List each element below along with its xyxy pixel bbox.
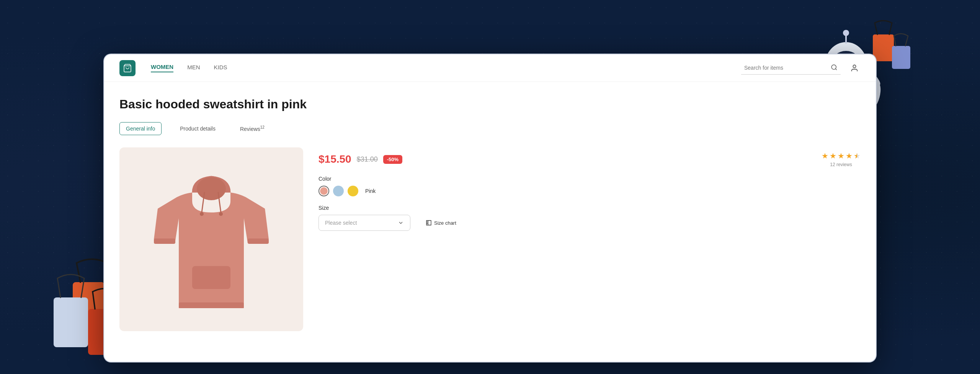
star-3: ★	[838, 151, 844, 160]
color-section: Color Pink	[318, 176, 861, 196]
svg-rect-3	[54, 297, 88, 347]
stars-row: ★ ★ ★ ★ ★★ 12 reviews	[822, 151, 861, 167]
price-current: $15.50	[318, 153, 351, 165]
nav-bar: WOMEN MEN KIDS	[104, 54, 876, 82]
nav-kids[interactable]: KIDS	[214, 64, 227, 72]
svg-rect-43	[248, 238, 269, 244]
svg-rect-42	[154, 238, 175, 244]
product-layout: $15.50 $31.00 -50% ★ ★ ★ ★ ★★	[119, 147, 861, 331]
chevron-down-icon	[398, 220, 404, 226]
nav-men[interactable]: MEN	[187, 64, 200, 72]
svg-line-22	[875, 23, 877, 34]
star-5: ★★	[854, 151, 861, 160]
star-rating: ★ ★ ★ ★ ★★	[822, 151, 861, 160]
size-select-dropdown[interactable]: Please select	[318, 215, 410, 231]
tab-product-details[interactable]: Product details	[174, 122, 222, 135]
color-swatch-pink[interactable]	[318, 186, 329, 196]
nav-links: WOMEN MEN KIDS	[151, 64, 741, 72]
svg-line-26	[905, 36, 908, 46]
svg-line-33	[835, 69, 836, 70]
svg-point-35	[197, 177, 226, 200]
svg-rect-41	[179, 302, 244, 308]
logo[interactable]	[119, 60, 136, 76]
svg-point-17	[843, 30, 849, 36]
price-row: $15.50 $31.00 -50% ★ ★ ★ ★ ★★	[318, 151, 861, 167]
search-input[interactable]	[744, 65, 828, 71]
svg-line-23	[889, 23, 892, 34]
selected-color-name: Pink	[365, 188, 376, 194]
discount-badge: -50%	[383, 155, 402, 164]
svg-rect-24	[892, 46, 910, 69]
svg-point-34	[853, 65, 856, 67]
star-1: ★	[822, 151, 828, 160]
reviews-count: 12 reviews	[830, 162, 852, 167]
product-image-container	[119, 147, 303, 331]
nav-women[interactable]: WOMEN	[151, 64, 173, 72]
star-4: ★	[846, 151, 853, 160]
tab-general-info[interactable]: General info	[119, 122, 162, 135]
search-area	[741, 62, 861, 75]
svg-line-1	[77, 263, 80, 282]
search-box	[741, 62, 841, 75]
product-title: Basic hooded sweatshirt in pink	[119, 97, 861, 111]
size-label: Size	[318, 205, 861, 211]
size-chart-icon	[426, 220, 432, 226]
product-details-panel: $15.50 $31.00 -50% ★ ★ ★ ★ ★★	[318, 147, 861, 239]
svg-line-25	[894, 36, 896, 46]
tab-reviews[interactable]: Reviews12	[234, 122, 271, 135]
color-swatch-yellow[interactable]	[348, 186, 358, 196]
svg-point-32	[831, 65, 836, 69]
page-wrapper: WOMEN MEN KIDS	[0, 0, 980, 374]
color-swatch-light-blue[interactable]	[333, 186, 344, 196]
browser-window: WOMEN MEN KIDS	[103, 54, 877, 363]
star-2: ★	[830, 151, 836, 160]
svg-rect-21	[873, 34, 894, 61]
svg-point-39	[200, 212, 204, 216]
color-options: Pink	[318, 186, 861, 196]
size-row: Please select Size chart	[318, 215, 861, 231]
tabs-bar: General info Product details Reviews12	[119, 122, 861, 135]
color-label: Color	[318, 176, 861, 182]
svg-rect-36	[192, 266, 230, 289]
size-select-placeholder: Please select	[325, 220, 357, 226]
main-content: Basic hooded sweatshirt in pink General …	[104, 82, 876, 362]
user-account-button[interactable]	[848, 62, 861, 74]
price-original: $31.00	[357, 155, 378, 163]
size-section: Size Please select	[318, 205, 861, 231]
size-chart-link[interactable]: Size chart	[426, 220, 456, 226]
svg-line-4	[57, 278, 60, 297]
svg-point-40	[219, 212, 223, 216]
search-button[interactable]	[831, 64, 838, 72]
size-chart-label: Size chart	[434, 220, 456, 226]
